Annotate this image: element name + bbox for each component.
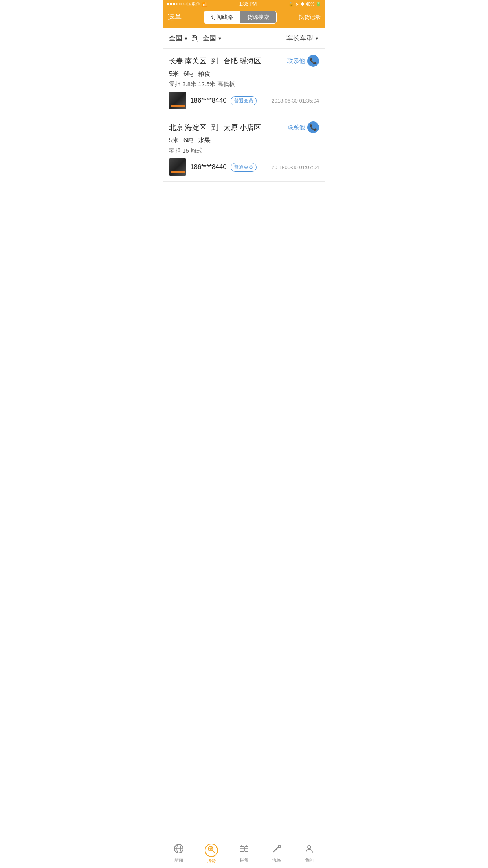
route-text-0: 长春 南关区 到 合肥 瑶海区 [169,56,261,66]
cargo-footer-1: 186****8440 普通会员 2018-06-30 01:07:04 [169,158,319,176]
cargo-footer-0: 186****8440 普通会员 2018-06-30 01:35:04 [169,92,319,109]
cargo-weight-1: 6吨 [183,136,193,145]
contact-label-1: 联系他 [287,124,305,131]
dot-5 [179,3,182,5]
from-city-0: 长春 [169,57,183,65]
filter-separator: 到 [192,34,199,43]
from-location-label: 全国 [169,34,182,43]
dot-2 [170,3,172,5]
phone-icon-1[interactable]: 📞 [307,121,319,133]
main-content: 全国 ▼ 到 全国 ▼ 车长车型 ▼ 长春 南关区 到 合肥 瑶海区 联系他 📞 [163,28,325,209]
status-right: 🔒 ➤ ✱ 40% 🔋 [288,2,321,7]
status-left: 中国电信 📶 [167,1,207,7]
cargo-search-tab[interactable]: 货源搜索 [240,11,276,23]
cargo-goods-1: 水果 [198,136,211,145]
member-badge-0: 普通会员 [231,96,257,105]
signal-dots [167,3,182,5]
cargo-details-1: 5米 6吨 水果 [169,136,319,145]
timestamp-1: 2018-06-30 01:07:04 [272,164,319,170]
subscribe-route-tab[interactable]: 订阅线路 [204,11,240,23]
to-word-1: 到 [211,123,218,131]
avatar-img-1 [169,158,186,176]
location-icon: ➤ [295,2,299,7]
route-text-1: 北京 海淀区 到 太原 小店区 [169,123,261,132]
timestamp-0: 2018-06-30 01:35:04 [272,98,319,104]
filter-row: 全国 ▼ 到 全国 ▼ 车长车型 ▼ [163,28,325,49]
cargo-details-0: 5米 6吨 粮食 [169,70,319,78]
cargo-vehicle-1: 零担 15 厢式 [169,147,319,154]
battery-label: 40% [306,2,314,6]
to-district-0: 瑶海区 [240,57,261,65]
cargo-size-0: 5米 [169,70,179,78]
to-city-0: 合肥 [224,57,238,65]
phone-icon-0[interactable]: 📞 [307,55,319,67]
to-location-label: 全国 [203,34,216,43]
dot-3 [173,3,175,5]
waybill-label: 运单 [167,13,182,22]
to-filter[interactable]: 全国 ▼ [203,34,222,43]
contact-area-0[interactable]: 联系他 📞 [287,55,319,67]
header: 运单 订阅线路 货源搜索 找货记录 [163,8,325,28]
status-bar: 中国电信 📶 1:36 PM 🔒 ➤ ✱ 40% 🔋 [163,0,325,8]
bluetooth-icon: ✱ [301,2,304,7]
from-arrow-icon: ▼ [184,36,188,41]
cargo-route-0: 长春 南关区 到 合肥 瑶海区 联系他 📞 [169,55,319,67]
cargo-vehicle-0: 零担 3.8米 12.5米 高低板 [169,81,319,88]
cargo-item-1: 北京 海淀区 到 太原 小店区 联系他 📞 5米 6吨 水果 零担 15 厢式 … [163,115,325,182]
header-tabs: 订阅线路 货源搜索 [204,11,277,24]
to-city-1: 太原 [224,123,238,131]
phone-num-0: 186****8440 [190,97,227,105]
wifi-icon: 📶 [202,2,207,7]
to-district-1: 小店区 [240,123,261,131]
from-city-1: 北京 [169,123,183,131]
contact-label-0: 联系他 [287,57,305,65]
contact-area-1[interactable]: 联系他 📞 [287,121,319,133]
carrier-label: 中国电信 [183,1,200,7]
battery-icon: 🔋 [316,2,321,7]
vehicle-filter[interactable]: 车长车型 ▼ [286,34,319,43]
avatar-1 [169,158,186,176]
to-arrow-icon: ▼ [218,36,222,41]
from-district-1: 海淀区 [185,123,206,131]
from-filter[interactable]: 全国 ▼ [169,34,188,43]
avatar-img-0 [169,92,186,109]
cargo-route-1: 北京 海淀区 到 太原 小店区 联系他 📞 [169,121,319,133]
dot-1 [167,3,169,5]
find-record-label[interactable]: 找货记录 [299,14,321,21]
dot-4 [176,3,178,5]
vehicle-filter-label: 车长车型 [286,34,313,43]
member-badge-1: 普通会员 [231,163,257,172]
from-district-0: 南关区 [185,57,206,65]
cargo-goods-0: 粮食 [198,70,211,78]
phone-num-1: 186****8440 [190,163,227,171]
to-word-0: 到 [211,57,218,65]
lock-icon: 🔒 [288,2,294,7]
time-label: 1:36 PM [239,1,257,7]
cargo-size-1: 5米 [169,136,179,145]
vehicle-arrow-icon: ▼ [315,36,319,41]
cargo-item-0: 长春 南关区 到 合肥 瑶海区 联系他 📞 5米 6吨 粮食 零担 3.8米 1… [163,49,325,115]
avatar-0 [169,92,186,109]
cargo-weight-0: 6吨 [183,70,193,78]
